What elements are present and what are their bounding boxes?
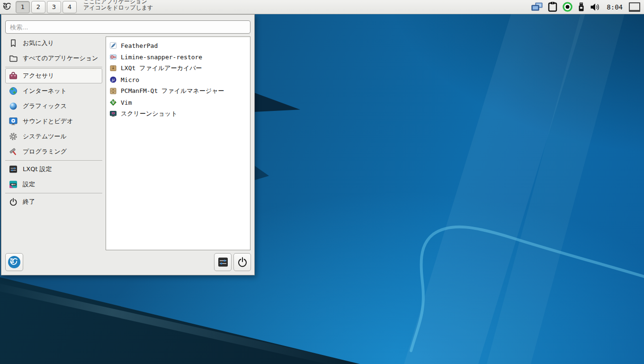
- record-icon[interactable]: [562, 1, 573, 12]
- monitor-play-icon: [9, 117, 18, 126]
- show-desktop-button[interactable]: [629, 2, 640, 12]
- lxqt-bird-icon: [1, 1, 13, 13]
- category-label: 設定: [23, 180, 35, 189]
- display-icon[interactable]: [531, 2, 543, 12]
- category-label: グラフィックス: [23, 102, 67, 110]
- application-list: FeatherPad Limine-snapper-restore LX: [106, 36, 250, 250]
- quicklaunch-drop-hint: ここにアプリケーション アイコンをドロップします: [83, 0, 153, 14]
- clock[interactable]: 8:04: [607, 3, 623, 11]
- folder-icon: [9, 54, 18, 63]
- removable-drive-icon[interactable]: [577, 2, 585, 12]
- app-label: スクリーンショット: [121, 109, 177, 118]
- wallpaper-triangle: [255, 93, 300, 112]
- app-label: Micro: [121, 76, 139, 83]
- globe-icon: [9, 86, 18, 96]
- category-label: 終了: [23, 198, 35, 206]
- category-programming[interactable]: プログラミング: [5, 144, 102, 159]
- app-item-vim[interactable]: V Vim: [106, 97, 250, 108]
- lxqt-about-button[interactable]: [5, 253, 23, 271]
- category-label: お気に入り: [23, 39, 54, 47]
- power-icon: [236, 256, 249, 268]
- sphere-icon: [9, 101, 18, 111]
- category-label: プログラミング: [23, 147, 67, 156]
- menu-configure-button[interactable]: [214, 253, 232, 271]
- settings-icon: [9, 180, 18, 189]
- app-item-pcmanfm-qt[interactable]: PCManFM-Qt ファイルマネージャー: [106, 85, 250, 97]
- system-tray: 8:04: [531, 1, 644, 12]
- category-accessories[interactable]: アクセサリ: [5, 68, 102, 83]
- app-item-micro[interactable]: μ Micro: [106, 74, 250, 85]
- app-item-featherpad[interactable]: FeatherPad: [106, 40, 250, 51]
- category-label: インターネット: [23, 87, 67, 95]
- wallpaper-triangle: [255, 166, 269, 180]
- category-label: システムツール: [23, 132, 67, 141]
- micro-icon: μ: [109, 76, 117, 83]
- category-label: アクセサリ: [23, 72, 54, 80]
- power-icon: [9, 197, 18, 207]
- leave-button[interactable]: [233, 253, 251, 271]
- file-cabinet-icon: [109, 87, 117, 95]
- wallpaper-dark-corner: [0, 265, 360, 364]
- lxqt-settings-icon: [9, 164, 18, 174]
- clipboard-icon[interactable]: [547, 1, 558, 12]
- sidebar-separator: [5, 67, 102, 67]
- toolbox-icon: [9, 71, 18, 81]
- gear-icon: [9, 132, 18, 141]
- vim-v-glyph: V: [112, 100, 115, 105]
- app-label: FeatherPad: [121, 42, 158, 49]
- app-item-limine-snapper-restore[interactable]: Limine-snapper-restore: [106, 51, 250, 63]
- sliders-icon: [217, 256, 229, 268]
- app-label: Vim: [121, 99, 132, 106]
- sidebar-separator: [5, 160, 102, 161]
- app-label: LXQt ファイルアーカイバー: [121, 64, 202, 73]
- category-label: LXQt 設定: [23, 165, 52, 173]
- category-label: サウンドとビデオ: [23, 117, 73, 126]
- featherpad-icon: [109, 42, 117, 49]
- main-menu-button[interactable]: [0, 0, 14, 14]
- category-lxqt-settings[interactable]: LXQt 設定: [5, 162, 102, 177]
- hammer-icon: [9, 147, 18, 156]
- category-sidebar: お気に入り すべてのアプリケーション アクセサリ: [5, 36, 102, 209]
- category-all-applications[interactable]: すべてのアプリケーション: [5, 51, 102, 66]
- screenshot-icon: [109, 110, 117, 118]
- top-panel: 1 2 3 4 ここにアプリケーション アイコンをドロップします: [0, 0, 644, 14]
- app-item-screenshot[interactable]: スクリーンショット: [106, 108, 250, 119]
- category-favorites[interactable]: お気に入り: [5, 36, 102, 51]
- category-label: すべてのアプリケーション: [23, 54, 98, 63]
- bookmark-icon: [9, 38, 18, 48]
- category-settings[interactable]: 設定: [5, 177, 102, 192]
- category-graphics[interactable]: グラフィックス: [5, 99, 102, 114]
- vim-icon: V: [109, 99, 117, 106]
- sidebar-separator: [5, 193, 102, 193]
- camera-key-icon: [109, 53, 117, 61]
- workspace-button-2[interactable]: 2: [31, 1, 45, 13]
- category-sound-video[interactable]: サウンドとビデオ: [5, 114, 102, 129]
- app-item-lxqt-archiver[interactable]: LXQt ファイルアーカイバー: [106, 63, 250, 74]
- search-input[interactable]: [5, 20, 250, 34]
- archive-box-icon: [109, 64, 117, 72]
- app-label: Limine-snapper-restore: [121, 54, 202, 61]
- workspace-button-4[interactable]: 4: [63, 1, 77, 13]
- workspace-button-3[interactable]: 3: [47, 1, 61, 13]
- volume-icon[interactable]: [590, 2, 600, 12]
- lxqt-logo-icon: [7, 255, 21, 269]
- application-menu-popup: お気に入り すべてのアプリケーション アクセサリ: [1, 14, 255, 275]
- category-internet[interactable]: インターネット: [5, 83, 102, 99]
- workspace-button-1[interactable]: 1: [16, 1, 30, 13]
- micro-mu-glyph: μ: [111, 77, 115, 82]
- drop-hint-line2: アイコンをドロップします: [83, 5, 153, 11]
- category-system-tools[interactable]: システムツール: [5, 129, 102, 144]
- category-leave[interactable]: 終了: [5, 194, 102, 209]
- app-label: PCManFM-Qt ファイルマネージャー: [121, 87, 224, 95]
